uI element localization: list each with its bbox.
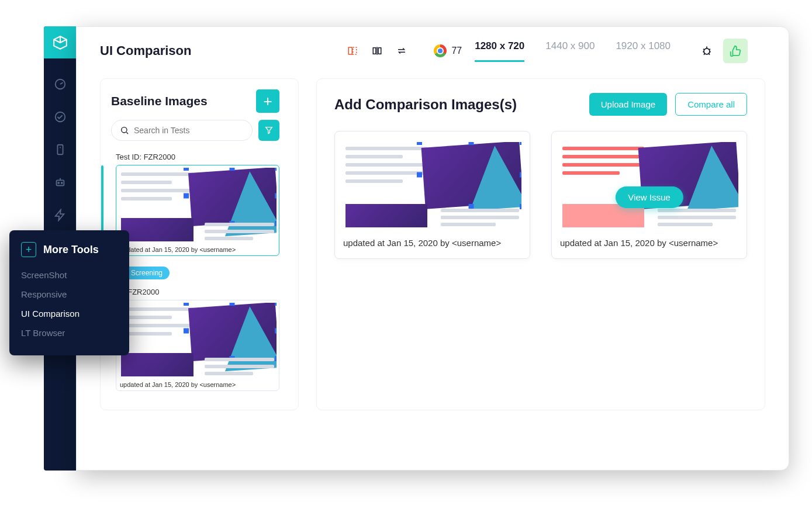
popup-title: More Tools [43, 244, 99, 256]
baseline-panel: Baseline Images + Test ID: FZR2000 [100, 78, 299, 410]
comparison-title: Add Comparison Images(s) [334, 96, 517, 113]
svg-rect-8 [379, 48, 382, 54]
toolbar: UI Comparison 77 1280 x 720 1440 x 900 1… [77, 27, 789, 63]
layout-icon[interactable] [347, 45, 358, 57]
bolt-icon[interactable] [53, 208, 67, 222]
resolution-tab[interactable]: 1280 x 720 [475, 40, 524, 62]
resolution-tab[interactable]: 1440 x 900 [545, 40, 595, 62]
popup-item-ui-comparison[interactable]: UI Comparison [21, 304, 118, 323]
comparison-panel: Add Comparison Images(s) Upload Image Co… [316, 78, 765, 410]
comparison-card[interactable]: updated at Jan 15, 2020 by <username> [334, 131, 530, 259]
popup-item-lt-browser[interactable]: LT Browser [21, 323, 118, 343]
test-id-label: Test ID: FZR2000 [101, 150, 288, 165]
main-panel: UI Comparison 77 1280 x 720 1440 x 900 1… [76, 26, 789, 471]
svg-rect-1 [57, 145, 63, 155]
compare-all-button[interactable]: Compare all [675, 93, 747, 116]
resolution-tab[interactable]: 1920 x 1080 [616, 40, 671, 62]
svg-point-10 [122, 127, 127, 133]
robot-icon[interactable] [53, 175, 67, 189]
upload-image-button[interactable]: Upload Image [589, 93, 667, 116]
split-icon[interactable] [371, 45, 383, 57]
popup-item-responsive[interactable]: Responsive [21, 285, 118, 304]
card-meta: updated at Jan 15, 2020 by <username> [343, 238, 521, 248]
history-icon[interactable] [53, 110, 67, 124]
card-meta: updated at Jan 15, 2020 by <username> [560, 238, 738, 248]
svg-rect-5 [349, 47, 353, 54]
add-baseline-button[interactable]: + [256, 89, 279, 113]
approve-button[interactable] [723, 39, 748, 63]
search-input[interactable] [134, 126, 244, 135]
resolution-tabs: 1280 x 720 1440 x 900 1920 x 1080 [475, 40, 671, 62]
baseline-thumbnail[interactable]: updated at Jan 15, 2020 by <username> [116, 300, 279, 391]
view-issue-button[interactable]: View Issue [615, 186, 683, 208]
plus-icon: + [21, 242, 36, 257]
logo[interactable] [44, 26, 76, 58]
svg-point-4 [61, 182, 62, 184]
page-title: UI Comparison [100, 43, 191, 58]
svg-rect-7 [374, 48, 376, 54]
filter-button[interactable] [258, 120, 279, 141]
device-icon[interactable] [53, 143, 67, 157]
search-input-wrapper[interactable] [111, 120, 253, 141]
swap-icon[interactable] [396, 45, 407, 57]
search-icon [120, 126, 129, 135]
thumbnail-meta: updated at Jan 15, 2020 by <username> [119, 244, 277, 253]
browser-version: 77 [451, 46, 462, 56]
chrome-icon [434, 44, 447, 57]
svg-rect-6 [353, 47, 357, 54]
browser-info: 77 [434, 44, 462, 57]
popup-item-screenshot[interactable]: ScreenShot [21, 265, 118, 285]
dashboard-icon[interactable] [53, 77, 67, 91]
svg-point-3 [58, 182, 59, 184]
bug-icon[interactable] [701, 45, 713, 57]
comparison-card[interactable]: View Issue updated at Jan 15, 2020 by <u… [551, 131, 747, 259]
more-tools-popup: + More Tools ScreenShot Responsive UI Co… [9, 230, 129, 355]
toolbar-controls: 77 1280 x 720 1440 x 900 1920 x 1080 [347, 39, 748, 63]
baseline-title: Baseline Images [111, 94, 208, 108]
baseline-thumbnail[interactable]: updated at Jan 15, 2020 by <username> [116, 165, 279, 256]
thumbnail-meta: updated at Jan 15, 2020 by <username> [119, 379, 277, 388]
